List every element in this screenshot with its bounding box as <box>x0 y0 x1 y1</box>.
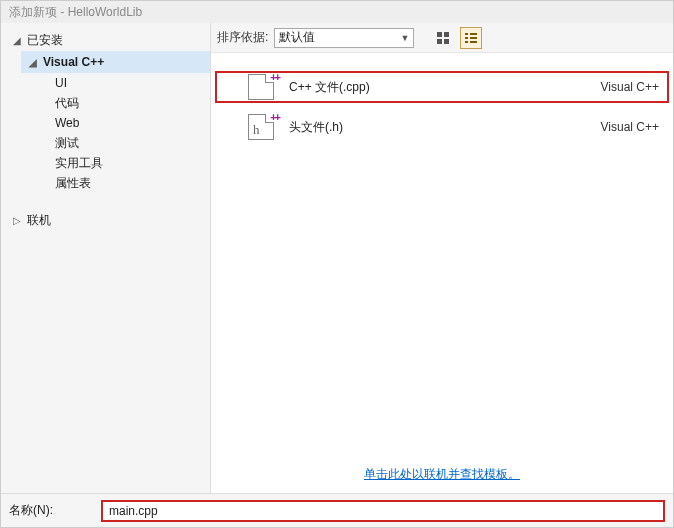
tree-item-utilities[interactable]: 实用工具 <box>49 153 210 173</box>
name-input[interactable] <box>101 500 665 522</box>
tree-item-test[interactable]: 测试 <box>49 133 210 153</box>
name-label: 名称(N): <box>9 502 95 519</box>
svg-rect-4 <box>465 33 468 35</box>
tree-item-code[interactable]: 代码 <box>49 93 210 113</box>
tree-group-installed[interactable]: ◢ 已安装 <box>5 29 210 51</box>
expander-icon: ▷ <box>11 215 23 226</box>
tree-group-online[interactable]: ▷ 联机 <box>5 209 210 231</box>
tree-label: Web <box>55 116 79 130</box>
svg-rect-0 <box>437 32 442 37</box>
tree-label: 代码 <box>55 95 79 112</box>
dialog-body: ◢ 已安装 ◢ Visual C++ UI 代码 Web 测试 实用工具 属性表 <box>1 23 673 493</box>
tree-label: 属性表 <box>55 175 91 192</box>
template-toolbar: 排序依据: 默认值 ▼ <box>211 23 673 53</box>
svg-rect-8 <box>465 41 468 43</box>
svg-rect-9 <box>470 41 477 43</box>
view-large-icons-button[interactable] <box>432 27 454 49</box>
vcpp-children: UI 代码 Web 测试 实用工具 属性表 <box>21 73 210 193</box>
online-templates-link-area: 单击此处以联机并查找模板。 <box>211 466 673 483</box>
tree-item-web[interactable]: Web <box>49 113 210 133</box>
svg-rect-2 <box>437 39 442 44</box>
tree-label: Visual C++ <box>43 55 104 69</box>
svg-rect-1 <box>444 32 449 37</box>
tree-label: UI <box>55 76 67 90</box>
template-item-category: Visual C++ <box>601 120 659 134</box>
dropdown-icon: ▼ <box>400 33 409 43</box>
category-tree: ◢ 已安装 ◢ Visual C++ UI 代码 Web 测试 实用工具 属性表 <box>1 23 211 493</box>
svg-rect-3 <box>444 39 449 44</box>
tree-label: 已安装 <box>27 32 63 49</box>
header-file-icon: ++ h <box>247 113 275 141</box>
tree-spacer <box>5 193 210 209</box>
tree-item-ui[interactable]: UI <box>49 73 210 93</box>
tree-item-visual-cpp[interactable]: ◢ Visual C++ <box>21 51 210 73</box>
sort-by-value: 默认值 <box>279 29 315 46</box>
template-list: ++ C++ 文件(.cpp) Visual C++ ++ h 头文件( <box>211 53 673 493</box>
online-templates-link[interactable]: 单击此处以联机并查找模板。 <box>364 467 520 481</box>
template-item-label: 头文件(.h) <box>289 119 601 136</box>
template-item-header-file[interactable]: ++ h 头文件(.h) Visual C++ <box>211 107 673 147</box>
template-panel: 排序依据: 默认值 ▼ <box>211 23 673 493</box>
template-item-cpp-file[interactable]: ++ C++ 文件(.cpp) Visual C++ <box>211 67 673 107</box>
expander-icon: ◢ <box>27 57 39 68</box>
add-new-item-dialog: 添加新项 - HelloWorldLib ◢ 已安装 ◢ Visual C++ … <box>0 0 674 528</box>
svg-rect-5 <box>470 33 477 35</box>
sort-by-select[interactable]: 默认值 ▼ <box>274 28 414 48</box>
tree-item-propsheets[interactable]: 属性表 <box>49 173 210 193</box>
expander-icon: ◢ <box>11 35 23 46</box>
template-item-category: Visual C++ <box>601 80 659 94</box>
tree-label: 实用工具 <box>55 155 103 172</box>
footer: 名称(N): <box>1 493 673 527</box>
tree-label: 测试 <box>55 135 79 152</box>
view-details-button[interactable] <box>460 27 482 49</box>
tree-label: 联机 <box>27 212 51 229</box>
cpp-file-icon: ++ <box>247 73 275 101</box>
list-icon <box>464 31 478 45</box>
svg-rect-6 <box>465 37 468 39</box>
template-item-label: C++ 文件(.cpp) <box>289 79 601 96</box>
svg-rect-7 <box>470 37 477 39</box>
window-title: 添加新项 - HelloWorldLib <box>1 1 673 23</box>
sort-by-label: 排序依据: <box>217 29 268 46</box>
grid-icon <box>436 31 450 45</box>
